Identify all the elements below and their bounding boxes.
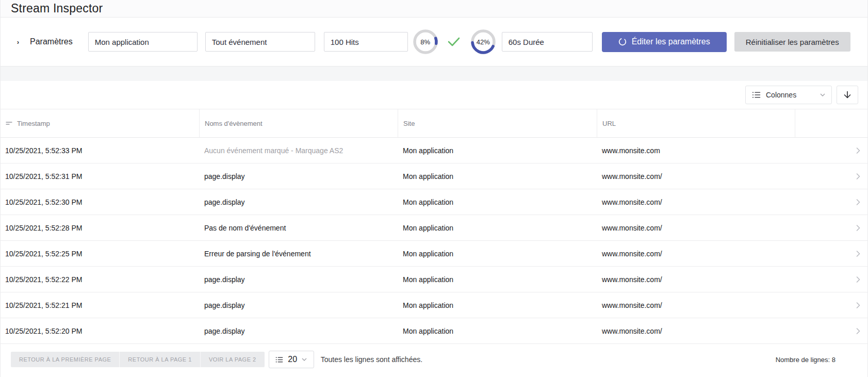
cell-timestamp: 10/25/2021, 5:52:31 PM — [1, 163, 199, 189]
cell-url: www.monsite.com/ — [597, 292, 795, 318]
row-chevron-icon[interactable] — [795, 292, 867, 318]
row-chevron-icon[interactable] — [795, 215, 867, 240]
event-filter-input[interactable] — [205, 32, 315, 52]
parameters-label: Paramètres — [30, 37, 73, 46]
edit-parameters-label: Éditer les paramètres — [632, 37, 710, 46]
cell-url: www.monsite.com/ — [597, 215, 795, 240]
hits-input[interactable] — [324, 32, 408, 52]
table-row[interactable]: 10/25/2021, 5:52:28 PMPas de nom d'événe… — [1, 215, 867, 241]
cell-site: Mon application — [398, 215, 597, 240]
site-input[interactable] — [88, 32, 198, 52]
collapse-chevron-icon[interactable]: › — [14, 38, 22, 46]
cell-site: Mon application — [398, 138, 597, 163]
table-header-row: Timestamp Noms d'évènement Site URL — [1, 109, 867, 138]
header-actions — [795, 109, 867, 137]
header-site[interactable]: Site — [398, 109, 597, 137]
cell-event-name: Aucun événement marqué - Marquage AS2 — [199, 138, 398, 163]
cell-site: Mon application — [398, 318, 597, 343]
parameters-band: › Paramètres 8% 42% — [1, 18, 867, 67]
page-2-button[interactable]: VOIR LA PAGE 2 — [200, 352, 265, 367]
header-url[interactable]: URL — [597, 109, 795, 137]
cell-event-name: page.display — [199, 189, 398, 215]
cell-url: www.monsite.com/ — [597, 267, 795, 292]
table-toolbar: Colonnes — [1, 81, 867, 109]
cell-timestamp: 10/25/2021, 5:52:21 PM — [1, 292, 199, 318]
row-chevron-icon[interactable] — [795, 267, 867, 292]
rows-status-text: Toutes les lignes sont affichées. — [321, 355, 422, 364]
chevron-down-icon — [302, 358, 307, 361]
row-chevron-icon[interactable] — [795, 138, 867, 163]
cell-timestamp: 10/25/2021, 5:52:28 PM — [1, 215, 199, 240]
table-row[interactable]: 10/25/2021, 5:52:25 PMErreur de parsing … — [1, 241, 867, 267]
check-icon — [447, 36, 461, 47]
columns-dropdown[interactable]: Colonnes — [745, 86, 832, 104]
download-arrow-icon — [843, 90, 852, 100]
first-page-button[interactable]: RETOUR À LA PREMIÈRE PAGE — [11, 352, 119, 367]
cell-event-name: Erreur de parsing de l'événement — [199, 241, 398, 266]
cell-site: Mon application — [398, 292, 597, 318]
table-footer: RETOUR À LA PREMIÈRE PAGERETOUR À LA PAG… — [1, 344, 867, 375]
table-body: 10/25/2021, 5:52:33 PMAucun événement ma… — [1, 138, 867, 344]
list-icon — [752, 91, 761, 99]
table-row[interactable]: 10/25/2021, 5:52:20 PMpage.displayMon ap… — [1, 318, 867, 344]
cell-site: Mon application — [398, 163, 597, 189]
edit-parameters-button[interactable]: Éditer les paramètres — [602, 32, 727, 52]
section-divider-band — [1, 67, 867, 81]
cell-site: Mon application — [398, 241, 597, 266]
columns-dropdown-label: Colonnes — [766, 91, 815, 99]
gauge-high-value: 42% — [470, 29, 496, 55]
table-row[interactable]: 10/25/2021, 5:52:30 PMpage.displayMon ap… — [1, 189, 867, 215]
table-row[interactable]: 10/25/2021, 5:52:33 PMAucun événement ma… — [1, 138, 867, 163]
cell-event-name: page.display — [199, 267, 398, 292]
download-button[interactable] — [837, 86, 858, 104]
page-1-button[interactable]: RETOUR À LA PAGE 1 — [119, 352, 200, 367]
title-band: Stream Inspector — [1, 0, 867, 18]
cell-url: www.monsite.com/ — [597, 318, 795, 343]
cell-event-name: page.display — [199, 163, 398, 189]
list-icon — [275, 356, 283, 363]
cell-event-name: page.display — [199, 318, 398, 343]
page-size-dropdown[interactable]: 20 — [269, 351, 314, 368]
reset-parameters-button[interactable]: Réinitialiser les paramètres — [734, 32, 850, 52]
gauge-high: 42% — [470, 29, 496, 55]
row-chevron-icon[interactable] — [795, 318, 867, 343]
cell-timestamp: 10/25/2021, 5:52:33 PM — [1, 138, 199, 163]
cell-url: www.monsite.com/ — [597, 189, 795, 215]
chevron-down-icon — [820, 93, 825, 96]
page-title: Stream Inspector — [11, 2, 103, 15]
pagination-group: RETOUR À LA PREMIÈRE PAGERETOUR À LA PAG… — [11, 352, 265, 367]
duration-input[interactable] — [502, 32, 593, 52]
cell-timestamp: 10/25/2021, 5:52:20 PM — [1, 318, 199, 343]
cell-url: www.monsite.com/ — [597, 241, 795, 266]
cell-timestamp: 10/25/2021, 5:52:25 PM — [1, 241, 199, 266]
table-row[interactable]: 10/25/2021, 5:52:22 PMpage.displayMon ap… — [1, 267, 867, 292]
cell-event-name: page.display — [199, 292, 398, 318]
table-row[interactable]: 10/25/2021, 5:52:21 PMpage.displayMon ap… — [1, 292, 867, 318]
loader-circle-icon — [618, 38, 627, 46]
row-chevron-icon[interactable] — [795, 189, 867, 215]
gauge-low: 8% — [413, 29, 438, 55]
sort-icon — [6, 121, 12, 126]
row-count-text: Nombre de lignes: 8 — [776, 356, 836, 364]
table-row[interactable]: 10/25/2021, 5:52:31 PMpage.displayMon ap… — [1, 163, 867, 189]
page-size-value: 20 — [288, 355, 297, 364]
header-timestamp[interactable]: Timestamp — [1, 109, 199, 137]
header-event-names[interactable]: Noms d'évènement — [199, 109, 398, 137]
gauge-low-value: 8% — [413, 29, 438, 55]
cell-event-name: Pas de nom d'événement — [199, 215, 398, 240]
cell-url: www.monsite.com — [597, 138, 795, 163]
cell-timestamp: 10/25/2021, 5:52:22 PM — [1, 267, 199, 292]
row-chevron-icon[interactable] — [795, 241, 867, 266]
stream-inspector-page: Stream Inspector › Paramètres 8% 42% — [0, 0, 868, 377]
cell-site: Mon application — [398, 267, 597, 292]
row-chevron-icon[interactable] — [795, 163, 867, 189]
cell-site: Mon application — [398, 189, 597, 215]
cell-timestamp: 10/25/2021, 5:52:30 PM — [1, 189, 199, 215]
cell-url: www.monsite.com/ — [597, 163, 795, 189]
